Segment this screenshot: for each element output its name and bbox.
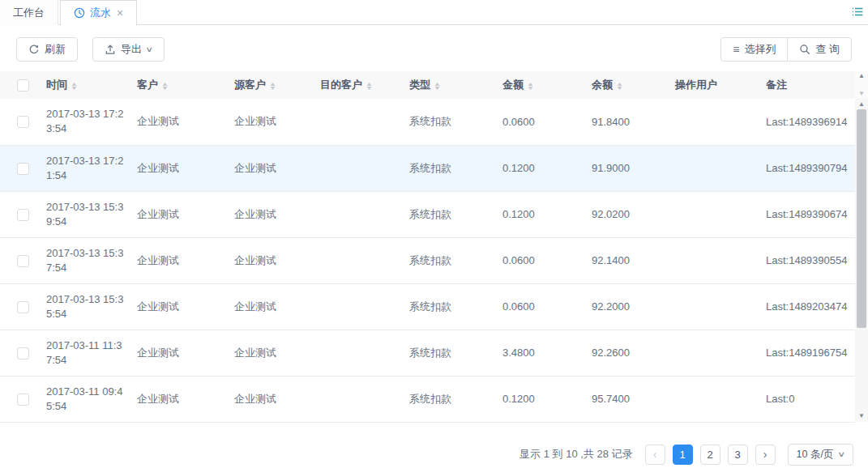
column-header-type[interactable]: 类型▲▼ [409, 71, 502, 99]
cell-dest [320, 145, 409, 191]
cell-dest [320, 283, 409, 330]
scrollbar-thumb[interactable] [857, 109, 866, 328]
cell-dest [320, 99, 409, 145]
header-scrollbar[interactable]: ▲ ▼ [855, 71, 868, 99]
cell-balance: 92.0200 [592, 191, 675, 237]
row-checkbox[interactable] [17, 301, 29, 313]
cell-type: 系统扣款 [409, 99, 502, 145]
sort-icon[interactable]: ▲▼ [528, 82, 533, 90]
column-header-customer[interactable]: 客户▲▼ [137, 71, 234, 99]
table-row[interactable]: 2017-03-13 17:21:54 企业测试 企业测试 系统扣款 0.120… [0, 145, 855, 191]
tab-flow[interactable]: 流水 × [60, 0, 137, 26]
column-header-operator: 操作用户 [675, 71, 766, 99]
column-header-dest[interactable]: 目的客户▲▼ [320, 71, 409, 99]
cell-balance: 95.7400 [592, 376, 675, 422]
cell-balance: 91.9000 [592, 145, 675, 191]
cell-operator [675, 191, 766, 237]
cell-type: 系统扣款 [409, 283, 502, 330]
cell-remark: Last:1489196754 [766, 330, 855, 376]
cell-source: 企业测试 [234, 191, 320, 237]
cell-source: 企业测试 [234, 237, 320, 283]
cell-balance: 92.2600 [592, 330, 675, 376]
tab-list-icon[interactable] [852, 6, 863, 17]
cell-amount: 0.1200 [502, 145, 592, 191]
chevron-down-icon: ∨ [838, 450, 846, 458]
cell-customer: 企业测试 [137, 330, 234, 376]
cell-amount: 3.4800 [502, 330, 592, 376]
select-all-checkbox[interactable] [17, 79, 29, 91]
cell-amount: 0.1200 [502, 376, 592, 422]
cell-balance: 92.1400 [592, 237, 675, 283]
chevron-down-icon: ∨ [145, 45, 153, 53]
cell-time: 2017-03-11 11:37:54 [46, 330, 137, 376]
row-checkbox[interactable] [17, 209, 29, 221]
cell-dest [320, 237, 409, 283]
cell-time: 2017-03-13 15:39:54 [46, 191, 137, 237]
sort-icon[interactable]: ▲▼ [617, 82, 622, 90]
refresh-button[interactable]: 刷新 [16, 37, 78, 62]
table-row[interactable]: 2017-03-13 15:39:54 企业测试 企业测试 系统扣款 0.120… [0, 191, 855, 237]
cell-remark: Last:1489396914 [766, 99, 855, 145]
search-icon [799, 44, 810, 55]
column-header-time[interactable]: 时间▲▼ [46, 71, 137, 99]
row-checkbox[interactable] [17, 255, 29, 267]
cell-amount: 0.0600 [502, 99, 592, 145]
page-size-select[interactable]: 10 条/页 ∨ [788, 444, 853, 466]
scroll-down-icon[interactable]: ▼ [855, 91, 868, 97]
scroll-up-icon[interactable]: ▲ [855, 73, 868, 79]
sort-icon[interactable]: ▲▼ [434, 82, 440, 90]
column-header-amount[interactable]: 金额▲▼ [502, 71, 592, 99]
export-button[interactable]: 导出 ∨ [92, 37, 165, 62]
sort-icon[interactable]: ▲▼ [71, 82, 77, 90]
refresh-icon [28, 44, 40, 55]
cell-customer: 企业测试 [137, 283, 234, 330]
table-row[interactable]: 2017-03-11 11:37:54 企业测试 企业测试 系统扣款 3.480… [0, 330, 855, 376]
cell-remark: Last:1489203474 [766, 283, 855, 330]
scroll-down-icon[interactable]: ▼ [855, 413, 868, 419]
cell-amount: 0.0600 [502, 237, 592, 283]
next-page-button[interactable]: › [755, 445, 776, 465]
cell-source: 企业测试 [234, 99, 320, 145]
column-header-source[interactable]: 源客户▲▼ [234, 71, 320, 99]
cell-operator [675, 99, 766, 145]
prev-page-button[interactable]: ‹ [645, 445, 665, 465]
cell-dest [320, 191, 409, 237]
page-button-3[interactable]: 3 [728, 445, 748, 465]
table-row[interactable]: 2017-03-13 15:37:54 企业测试 企业测试 系统扣款 0.060… [0, 237, 855, 283]
column-header-balance[interactable]: 余额▲▼ [592, 71, 675, 99]
cell-operator [675, 237, 766, 283]
cell-operator [675, 330, 766, 376]
toolbar: 刷新 导出 ∨ ≡ 选择列 查 询 [0, 26, 868, 71]
cell-source: 企业测试 [234, 330, 320, 376]
select-columns-button[interactable]: ≡ 选择列 [720, 37, 788, 62]
row-checkbox[interactable] [17, 163, 29, 175]
cell-remark: Last:1489390674 [766, 191, 855, 237]
cell-time: 2017-03-13 15:37:54 [46, 237, 137, 283]
cell-source: 企业测试 [234, 376, 320, 422]
tab-workbench[interactable]: 工作台 [0, 0, 58, 25]
refresh-label: 刷新 [45, 42, 66, 57]
table-scrollbar[interactable]: ▲ ▼ [855, 99, 868, 422]
table-row[interactable]: 2017-03-13 15:35:54 企业测试 企业测试 系统扣款 0.060… [0, 283, 855, 330]
cell-time: 2017-03-11 09:45:54 [46, 376, 137, 422]
sort-icon[interactable]: ▲▼ [162, 82, 168, 90]
sort-icon[interactable]: ▲▼ [366, 82, 372, 90]
export-icon [105, 44, 116, 55]
close-icon[interactable]: × [117, 7, 123, 19]
cell-operator [675, 376, 766, 422]
cell-amount: 0.0600 [502, 283, 592, 330]
row-checkbox[interactable] [17, 347, 29, 360]
row-checkbox[interactable] [17, 116, 29, 128]
sort-icon[interactable]: ▲▼ [270, 82, 276, 90]
scroll-up-icon[interactable]: ▲ [855, 101, 868, 108]
table-row[interactable]: 2017-03-13 17:23:54 企业测试 企业测试 系统扣款 0.060… [0, 99, 855, 145]
cell-type: 系统扣款 [409, 191, 502, 237]
column-header-remark: 备注 [766, 71, 855, 99]
query-button[interactable]: 查 询 [787, 37, 852, 62]
cell-customer: 企业测试 [137, 237, 234, 283]
table-row[interactable]: 2017-03-11 09:45:54 企业测试 企业测试 系统扣款 0.120… [0, 376, 855, 422]
cell-customer: 企业测试 [137, 145, 234, 191]
page-button-1[interactable]: 1 [673, 445, 693, 465]
page-button-2[interactable]: 2 [700, 445, 720, 465]
row-checkbox[interactable] [17, 394, 29, 406]
